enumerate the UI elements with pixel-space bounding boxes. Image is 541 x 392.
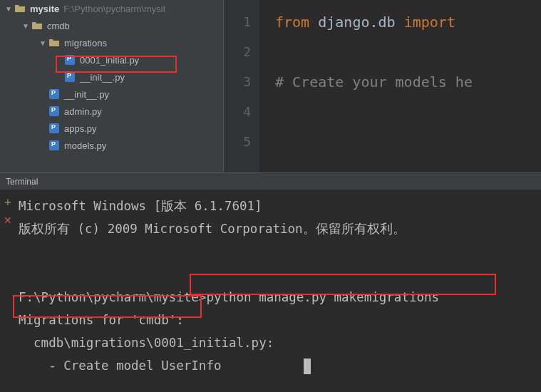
annotation-box: [13, 295, 202, 318]
code-editor[interactable]: 1 2 3 4 5 from django.db import # Create…: [224, 0, 541, 172]
line-number: 4: [224, 97, 251, 127]
terminal-new-icon[interactable]: +: [4, 196, 11, 209]
code-comment: # Create your models he: [275, 73, 473, 91]
folder-icon: [48, 37, 60, 48]
tree-label: models.py: [64, 140, 106, 151]
chevron-down-icon: ▼: [37, 39, 48, 47]
folder-icon: [31, 20, 43, 31]
cursor-icon: [304, 359, 311, 374]
code-area[interactable]: from django.db import # Create your mode…: [259, 0, 473, 172]
tree-file-apps[interactable]: apps.py: [0, 120, 223, 137]
folder-icon: [14, 3, 26, 14]
terminal-tab[interactable]: Terminal: [0, 172, 541, 190]
tree-label: apps.py: [64, 123, 97, 134]
terminal-title: Terminal: [6, 177, 38, 187]
term-line: cmdb\migrations\0001_initial.py:: [19, 336, 274, 350]
tree-file-init[interactable]: __init__.py: [0, 86, 223, 103]
tree-file-admin[interactable]: admin.py: [0, 103, 223, 120]
python-file-icon: [48, 140, 60, 151]
tree-cmdb[interactable]: ▼ cmdb: [0, 17, 223, 34]
term-line: 版权所有 (c) 2009 Microsoft Corporation。保留所有…: [19, 222, 406, 236]
tree-path: F:\Python\pycharm\mysit: [63, 4, 165, 14]
annotation-box: [56, 56, 177, 73]
term-line: - Create model UserInfo: [19, 359, 221, 373]
code-keyword: from: [275, 14, 309, 31]
editor-gutter: 1 2 3 4 5: [224, 0, 259, 172]
tree-file-models[interactable]: models.py: [0, 137, 223, 154]
project-tree: ▼ mysite F:\Python\pycharm\mysit ▼ cmdb …: [0, 0, 224, 172]
line-number: 2: [224, 37, 251, 67]
tree-label: __init__.py: [64, 89, 109, 100]
annotation-box: [190, 274, 496, 295]
chevron-down-icon: ▼: [3, 5, 14, 13]
python-file-icon: [48, 105, 60, 117]
tree-label: mysite: [30, 4, 59, 14]
python-file-icon: [48, 123, 60, 134]
python-file-icon: [64, 71, 76, 83]
tree-label: __init__.py: [80, 72, 125, 83]
terminal-close-icon[interactable]: ✕: [4, 215, 12, 226]
tree-migrations[interactable]: ▼ migrations: [0, 34, 223, 51]
tree-label: migrations: [64, 38, 107, 48]
code-keyword: import: [404, 14, 455, 31]
line-number: 5: [224, 127, 251, 157]
code-text: django.db: [309, 14, 403, 31]
term-line: Microsoft Windows [版本 6.1.7601]: [19, 199, 262, 213]
tree-label: cmdb: [47, 21, 70, 31]
chevron-down-icon: ▼: [20, 22, 31, 30]
tree-label: admin.py: [64, 106, 102, 117]
tree-root[interactable]: ▼ mysite F:\Python\pycharm\mysit: [0, 0, 223, 17]
terminal-toolbar: + ✕: [0, 190, 16, 392]
python-file-icon: [48, 88, 60, 100]
line-number: 3: [224, 67, 251, 97]
line-number: 1: [224, 7, 251, 37]
